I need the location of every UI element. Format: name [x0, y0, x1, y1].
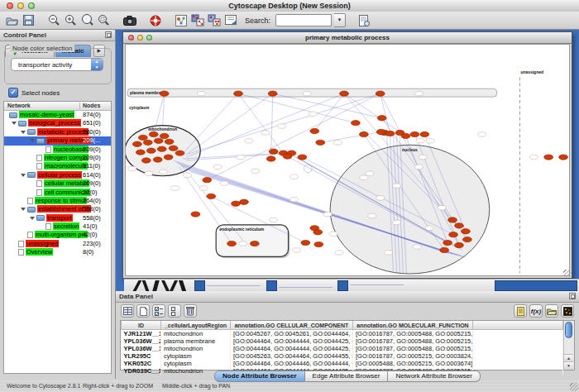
network-node-unselected[interactable] [329, 232, 337, 237]
network-node-selected[interactable] [314, 241, 323, 246]
import-table-icon[interactable] [357, 13, 371, 27]
network-node-unselected[interactable] [290, 198, 299, 203]
network-node-unselected[interactable] [239, 241, 247, 246]
network-node-selected[interactable] [266, 156, 275, 161]
create-attribute-icon[interactable] [136, 304, 150, 318]
network-node-unselected[interactable] [220, 181, 228, 186]
network-node-unselected[interactable] [426, 139, 434, 144]
network-node-selected[interactable] [132, 141, 141, 146]
network-node-selected[interactable] [377, 116, 386, 121]
node-color-dropdown[interactable]: transporter activity ▲▼ [11, 58, 103, 71]
expand-triangle-icon[interactable] [21, 131, 26, 134]
scroll-down-icon[interactable]: ▼ [564, 361, 573, 370]
app-resize-grip[interactable] [570, 383, 578, 391]
zoom-out-icon[interactable] [47, 13, 61, 27]
tree-row[interactable]: macromolecule311(0) [4, 162, 111, 170]
tree-row[interactable]: primary metabo209(... [4, 136, 111, 145]
network-node-selected[interactable] [376, 91, 385, 96]
network-node-selected[interactable] [559, 155, 568, 160]
network-node-selected[interactable] [385, 131, 395, 136]
network-node-unselected[interactable] [145, 171, 153, 176]
network-node-selected[interactable] [340, 91, 349, 96]
table-column-header[interactable]: annotation.GO MOLECULAR_FUNCTION [353, 321, 473, 330]
network-node-selected[interactable] [461, 229, 470, 234]
network-node-selected[interactable] [301, 240, 310, 245]
save-session-icon[interactable] [22, 13, 36, 27]
network-node-unselected[interactable] [414, 165, 423, 170]
region-nucleus[interactable] [330, 145, 490, 274]
network-node-unselected[interactable] [529, 155, 538, 160]
network-node-selected[interactable] [146, 148, 156, 153]
table-row[interactable]: YPL036W__1mitochondrion[GO:0044464, GO:0… [122, 345, 563, 352]
network-node-unselected[interactable] [376, 196, 385, 201]
network-node-selected[interactable] [239, 199, 248, 204]
network-node-unselected[interactable] [199, 186, 208, 191]
network-node-selected[interactable] [153, 157, 162, 162]
network-node-selected[interactable] [250, 241, 259, 246]
table-row[interactable]: YJR121W__1mitochondrion[GO:0045267, GO:0… [122, 330, 563, 338]
network-node-unselected[interactable] [278, 124, 286, 129]
network-node-unselected[interactable] [419, 155, 427, 160]
network-node-selected[interactable] [269, 149, 278, 154]
region-plasma-membrane[interactable] [127, 88, 497, 97]
expand-triangle-icon[interactable] [30, 217, 35, 220]
net-minimize-button[interactable] [137, 35, 143, 41]
network-node-selected[interactable] [443, 240, 452, 245]
annotate-doc-icon[interactable] [223, 13, 237, 27]
tree-header[interactable]: Network Nodes [4, 102, 111, 111]
network-node-selected[interactable] [268, 91, 277, 96]
network-node-selected[interactable] [141, 158, 151, 163]
network-node-selected[interactable] [462, 237, 471, 241]
network-node-selected[interactable] [154, 138, 163, 143]
tree-row[interactable]: transport558(0) [4, 214, 111, 222]
network-node-selected[interactable] [138, 135, 147, 140]
network-node-unselected[interactable] [183, 173, 191, 178]
zoom-fit-icon[interactable] [80, 13, 94, 27]
network-node-selected[interactable] [203, 177, 212, 182]
network-node-unselected[interactable] [385, 251, 393, 256]
window-resize-grip[interactable] [563, 270, 571, 277]
network-node-unselected[interactable] [414, 91, 423, 96]
network-node-selected[interactable] [160, 91, 169, 96]
tree-row[interactable]: metabolic process280(0) [4, 128, 111, 136]
network-node-unselected[interactable] [245, 139, 253, 144]
attribute-table-grid[interactable]: ID_cellularLayoutRegionannotation.GO CEL… [121, 321, 563, 375]
network-node-selected[interactable] [232, 201, 241, 206]
network-node-selected[interactable] [169, 146, 178, 151]
matrix-view-icon[interactable] [561, 304, 574, 318]
network-node-selected[interactable] [455, 223, 464, 228]
network-node-unselected[interactable] [333, 141, 342, 146]
network-node-selected[interactable] [359, 131, 368, 136]
scrollbar-thumb[interactable] [565, 322, 572, 338]
table-row[interactable]: YPL036W__2plasma membrane[GO:0044464, GO… [122, 337, 563, 345]
network-node-unselected[interactable] [335, 251, 343, 256]
network-node-selected[interactable] [440, 247, 449, 252]
network-node-selected[interactable] [160, 133, 169, 138]
tree-row[interactable]: Overview8(0) [4, 248, 111, 256]
delete-attribute-icon[interactable] [184, 304, 197, 318]
select-attributes-icon[interactable] [121, 304, 134, 318]
table-column-header[interactable] [473, 321, 563, 330]
tree-row[interactable]: multi-organism pro42(0) [4, 231, 111, 239]
network-node-unselected[interactable] [128, 166, 136, 171]
self-loop-edge[interactable] [304, 165, 312, 173]
open-file-icon[interactable] [5, 13, 19, 27]
network-node-unselected[interactable] [270, 218, 278, 222]
expand-triangle-icon[interactable] [12, 122, 17, 125]
network-canvas[interactable]: plasma membranecytoplasmunassignedmitoch… [125, 44, 570, 276]
help-lifesaver-icon[interactable] [148, 13, 162, 27]
network-node-selected[interactable] [401, 133, 410, 138]
network-node-selected[interactable] [448, 218, 457, 222]
network-node-unselected[interactable] [366, 171, 374, 176]
network-node-unselected[interactable] [197, 91, 205, 96]
tree-row[interactable]: biological_process651(0) [4, 119, 111, 127]
network-node-selected[interactable] [410, 131, 419, 136]
tree-row[interactable]: secretion41(0) [4, 222, 111, 231]
app-titlebar[interactable]: Cytoscape Desktop (New Session) [0, 0, 579, 12]
network-edge[interactable] [183, 93, 238, 153]
network-node-selected[interactable] [207, 194, 216, 198]
network-node-selected[interactable] [449, 232, 458, 237]
table-row[interactable]: YKR052Ccytoplasm[GO:0044464, GO:0044446,… [122, 360, 563, 367]
network-node-selected[interactable] [165, 139, 174, 144]
network-node-unselected[interactable] [368, 213, 376, 218]
